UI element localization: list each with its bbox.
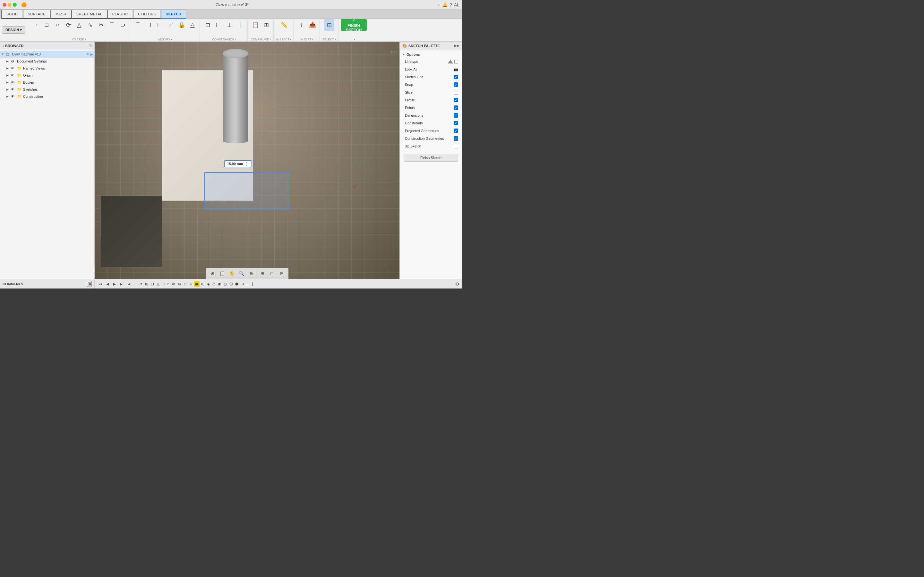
spline-tool[interactable]: ∿ (85, 19, 95, 31)
constraints-checkbox[interactable]: ✓ (454, 121, 458, 125)
insert2-tool[interactable]: 📥 (307, 19, 318, 31)
tab-surface[interactable]: SURFACE (23, 10, 50, 19)
bottom-tool-16[interactable]: ⬡ (228, 281, 234, 287)
vp-select-button[interactable]: ⊕ (208, 269, 217, 277)
modify-label[interactable]: MODIFY ▾ (158, 38, 172, 41)
points-checkbox[interactable]: ✓ (454, 105, 458, 110)
constraint1-tool[interactable]: ⊡ (202, 19, 213, 31)
vp-clipboard-button[interactable]: 📋 (218, 269, 226, 277)
configure1-tool[interactable]: 📋 (250, 19, 260, 31)
constraint3-tool[interactable]: ⊥ (224, 19, 234, 31)
tab-sheet-metal[interactable]: SHEET METAL (71, 10, 107, 19)
bottom-tool-3[interactable]: ⊟ (150, 281, 155, 287)
inspect-tool[interactable]: 📏 (279, 19, 289, 31)
insert1-tool[interactable]: ↓ (296, 19, 307, 31)
vp-pan-button[interactable]: ✋ (228, 269, 236, 277)
rectangle-tool[interactable]: □ (41, 19, 52, 31)
linetype-controls[interactable] (448, 60, 458, 63)
bottom-tool-6[interactable]: ○ (166, 281, 170, 287)
3d-sketch-checkbox[interactable] (454, 144, 458, 148)
inspect-label[interactable]: INSPECT ▾ (276, 38, 291, 41)
vp-zoom-button[interactable]: 🔍 (237, 269, 246, 277)
maximize-button[interactable] (13, 3, 17, 7)
settings-button[interactable]: ⚙ (453, 282, 462, 287)
select-tool[interactable]: ⊡ (324, 19, 334, 31)
bottom-tool-18[interactable]: ⊿ (240, 281, 245, 287)
close-button[interactable] (3, 3, 6, 7)
bottom-tool-19[interactable]: ⟂ (246, 281, 250, 287)
tree-item-sketches[interactable]: ▶ 👁 📁 Sketches (0, 86, 94, 93)
bottom-tool-9[interactable]: ⊙ (183, 281, 188, 287)
viewport[interactable]: X Y 15.00 mm ⋮ RIGHT -125 -100 125 (95, 42, 399, 279)
tab-sketch[interactable]: SKETCH (161, 10, 186, 19)
create-label[interactable]: CREATE ▾ (72, 38, 86, 41)
3d-view[interactable]: X Y 15.00 mm ⋮ RIGHT -125 -100 125 (95, 42, 399, 279)
palette-expand-button[interactable]: ▶▶ (454, 44, 459, 48)
bottom-tool-11[interactable]: ⊞ (200, 281, 205, 287)
nav-next2-button[interactable]: ▶| (118, 281, 125, 287)
scale-tool[interactable]: 🔒 (176, 19, 187, 31)
line-tool[interactable]: → (31, 19, 41, 31)
bottom-tool-1[interactable]: 🗂 (137, 281, 144, 287)
slice-checkbox[interactable] (454, 90, 458, 95)
bottom-tool-8[interactable]: ⊗ (177, 281, 182, 287)
bottom-tool-5[interactable]: □ (161, 281, 165, 287)
select-label[interactable]: SELECT ▾ (322, 38, 336, 41)
add-tab-button[interactable]: + (438, 2, 440, 7)
tree-item-origin[interactable]: ▶ 👁 📁 Origin (0, 72, 94, 79)
break-tool[interactable]: ⟋ (166, 19, 176, 31)
configure2-tool[interactable]: ⊞ (261, 19, 271, 31)
tree-item-document-settings[interactable]: ▶ ⚙ Document Settings (0, 58, 94, 65)
extend-tool[interactable]: ⊢ (155, 19, 165, 31)
tree-item-bodies[interactable]: ▶ 👁 📁 Bodies (0, 79, 94, 86)
cut-tool[interactable]: ✂ (96, 19, 106, 31)
notification-button[interactable]: 🔔 (442, 2, 447, 7)
dimensions-checkbox[interactable]: ✓ (454, 113, 458, 118)
bottom-tool-13[interactable]: ◇ (212, 281, 216, 287)
tab-utilities[interactable]: UTILITIES (133, 10, 161, 19)
vp-zoom2-button[interactable]: ⊕ (247, 269, 255, 277)
browser-expand-button[interactable]: ⊞ (89, 44, 92, 48)
bottom-tool-17[interactable]: ⬢ (234, 281, 239, 287)
finish-sketch-button[interactable]: ✓ FINISH SKETCH (341, 19, 367, 31)
mirror-tool[interactable]: ⊃ (118, 19, 128, 31)
offset-tool[interactable]: ⌒ (107, 19, 117, 31)
bottom-tool-20[interactable]: ∥ (250, 281, 254, 287)
insert-label[interactable]: INSERT ▾ (300, 38, 313, 41)
nav-next-button[interactable]: ▶ (111, 281, 117, 287)
user-button[interactable]: AL (454, 2, 459, 7)
help-button[interactable]: ? (449, 2, 452, 7)
fillet-tool[interactable]: ⌒ (133, 19, 143, 31)
tree-item-construction[interactable]: ▶ 👁 📁 Construction (0, 93, 94, 100)
constraints-label[interactable]: CONSTRAINTS ▾ (212, 38, 236, 41)
palette-finish-sketch-button[interactable]: Finish Sketch (404, 154, 458, 161)
nav-last-button[interactable]: ⏭ (126, 281, 132, 287)
nav-first-button[interactable]: ⏮ (97, 281, 103, 287)
polygon-tool[interactable]: △ (74, 19, 84, 31)
browser-back-button[interactable]: ‹ (3, 44, 4, 48)
tab-plastic[interactable]: PLASTIC (107, 10, 133, 19)
vp-display-button[interactable]: □ (268, 269, 276, 277)
bottom-tool-15[interactable]: ◎ (223, 281, 228, 287)
bottom-tool-10[interactable]: ⊚ (188, 281, 194, 287)
constraint2-tool[interactable]: ⊢ (213, 19, 224, 31)
bottom-tool-14[interactable]: ◉ (217, 281, 222, 287)
palette-section-options[interactable]: ▼ Options (400, 51, 462, 58)
arc-tool[interactable]: ⟳ (63, 19, 73, 31)
sketch-grid-checkbox[interactable]: ✓ (454, 75, 458, 79)
bottom-tool-2[interactable]: ⊞ (144, 281, 149, 287)
minimize-button[interactable] (8, 3, 11, 7)
bottom-tool-7[interactable]: ⊕ (171, 281, 176, 287)
vp-grid-button[interactable]: ⊞ (258, 269, 267, 277)
dimension-options-button[interactable]: ⋮ (244, 161, 249, 166)
snap-checkbox[interactable]: ✓ (454, 82, 458, 87)
bottom-tool-active[interactable]: ▣ (194, 281, 200, 287)
tab-solid[interactable]: SOLID (1, 10, 23, 19)
lookat-button[interactable]: 📷 (453, 67, 458, 71)
tab-mesh[interactable]: MESH (50, 10, 71, 19)
comments-expand-button[interactable]: ⊞ (87, 281, 92, 287)
tree-item-named-views[interactable]: ▶ 👁 📁 Named Views (0, 65, 94, 72)
construction-geometries-checkbox[interactable]: ✓ (454, 136, 458, 141)
circle-tool[interactable]: ○ (52, 19, 63, 31)
chamfer-tool[interactable]: △ (187, 19, 198, 31)
